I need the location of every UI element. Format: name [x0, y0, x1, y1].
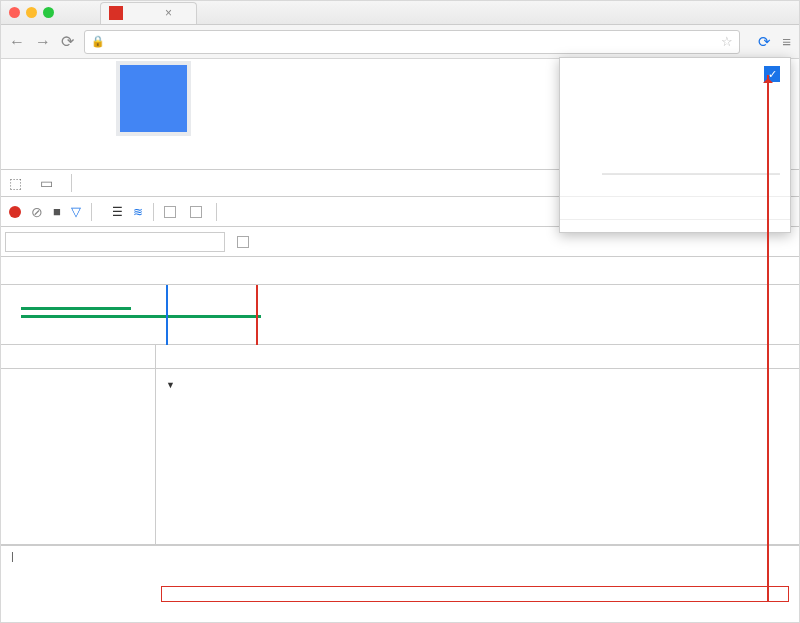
nav-right: ⟳ ≡	[750, 33, 791, 51]
browser-toolbar: ← → ⟳ 🔒 ☆ ⟳ ≡	[1, 25, 799, 59]
clear-icon[interactable]: ⊘	[31, 204, 43, 220]
device-icon[interactable]: ▭	[40, 175, 53, 191]
waterfall-view-icon[interactable]: ≋	[133, 205, 143, 219]
dom-loaded-line-icon	[166, 285, 168, 345]
forward-icon[interactable]: →	[35, 33, 51, 51]
annotation-box-icon	[161, 586, 789, 602]
tab-close-icon[interactable]: ×	[165, 6, 172, 20]
network-body	[1, 345, 799, 545]
g-logo-icon	[116, 61, 191, 136]
request-detail-pane	[156, 345, 799, 544]
hide-data-urls-checkbox[interactable]	[237, 235, 253, 249]
inspect-icon[interactable]: ⬚	[9, 175, 22, 191]
reload-icon[interactable]: ⟳	[61, 32, 74, 51]
close-window-icon[interactable]	[9, 7, 20, 18]
filter-toggle-icon[interactable]: ▽	[71, 204, 81, 219]
data-saver-popup: ✓	[559, 57, 791, 233]
address-bar[interactable]: 🔒 ☆	[84, 30, 740, 54]
waterfall-overview[interactable]	[1, 285, 799, 345]
browser-tab[interactable]: ×	[100, 2, 197, 24]
record-icon[interactable]	[9, 206, 21, 218]
disable-cache-checkbox[interactable]	[190, 205, 206, 219]
data-saver-chart-svg	[602, 90, 780, 175]
preserve-log-checkbox[interactable]	[164, 205, 180, 219]
load-event-line-icon	[256, 285, 258, 345]
request-list	[1, 345, 156, 544]
favicon-icon	[109, 6, 123, 20]
back-icon[interactable]: ←	[9, 33, 25, 51]
filter-input[interactable]	[5, 232, 225, 252]
request-headers-title[interactable]	[166, 377, 789, 391]
wf-bar	[21, 315, 261, 318]
data-saver-chart	[560, 90, 780, 190]
large-rows-icon[interactable]: ☰	[112, 205, 123, 219]
screenshot-icon[interactable]: ■	[53, 204, 61, 219]
network-status-bar: |	[1, 545, 799, 565]
menu-hamburger-icon[interactable]: ≡	[782, 33, 791, 50]
maximize-window-icon[interactable]	[43, 7, 54, 18]
annotation-arrow-icon	[767, 75, 769, 602]
request-list-header[interactable]	[1, 345, 155, 369]
bookmark-icon[interactable]: ☆	[721, 34, 733, 49]
lock-icon: 🔒	[91, 35, 105, 48]
data-saver-extension-icon[interactable]: ⟳	[758, 33, 771, 50]
window-titlebar: ×	[1, 1, 799, 25]
wf-bar	[21, 307, 131, 310]
headers-section	[156, 369, 799, 404]
type-filter-row	[1, 257, 799, 285]
detail-tabs	[156, 345, 799, 369]
minimize-window-icon[interactable]	[26, 7, 37, 18]
